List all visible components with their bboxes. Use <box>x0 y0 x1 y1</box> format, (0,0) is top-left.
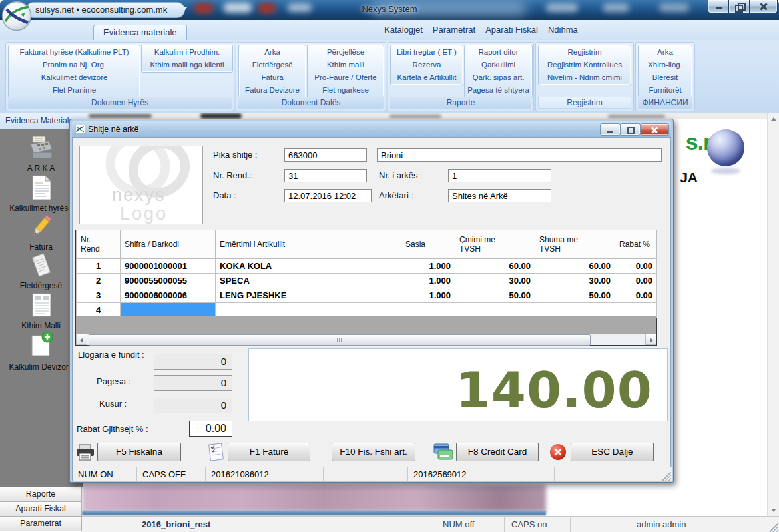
cell-total[interactable]: 50.00 <box>535 288 615 303</box>
dialog-maximize-button[interactable] <box>620 123 641 136</box>
ribbon-button-pranim-nj-org[interactable]: Pranim na Nj. Org. <box>9 59 140 71</box>
scroll-down-icon[interactable] <box>771 509 776 512</box>
cell-name[interactable]: SPECA <box>216 274 401 288</box>
scrollbar-thumb[interactable] <box>89 334 591 346</box>
pika-shitje-input[interactable]: 663000 <box>284 148 367 162</box>
cell-nr[interactable]: 1 <box>77 259 121 274</box>
cell-price[interactable]: 60.00 <box>455 259 535 274</box>
cell-code[interactable]: 9000001000001 <box>121 259 216 274</box>
table-row[interactable]: 3 9000006000006 LENG PJESHKE 1.000 50.00… <box>77 288 657 303</box>
ribbon-button-flet-ngarkese[interactable]: Flet ngarkese <box>308 84 384 97</box>
grid-horizontal-scrollbar[interactable] <box>76 334 656 345</box>
ribbon-button-libri-tregtar[interactable]: Libri tregtar ( ET ) <box>391 46 463 59</box>
sidebar-button-raporte[interactable]: Raporte <box>0 487 82 501</box>
ribbon-button-kthim-malli-klienti[interactable]: Kthim malli nga klienti <box>142 59 232 71</box>
col-cmimi[interactable]: Çmimi me TVSH <box>455 230 535 259</box>
dialog-titlebar[interactable]: Shitje në arkë <box>72 121 671 137</box>
f8-credit-card-button[interactable]: F8 Credit Card <box>456 443 539 461</box>
cell-nr[interactable]: 2 <box>77 274 121 288</box>
ribbon-button-fatura-devizore[interactable]: Fatura Devizore <box>239 84 306 97</box>
ribbon-button-rezerva[interactable]: Rezerva <box>391 59 463 71</box>
ribbon-button-raport-ditor[interactable]: Raport ditor <box>465 46 532 59</box>
ribbon-button-fakturat-hyrese[interactable]: Fakturat hyrëse (Kalkulime PLT) <box>9 46 140 59</box>
cell-rabat[interactable]: 0.00 <box>615 274 657 288</box>
pagesa-input[interactable]: 0 <box>154 375 232 391</box>
close-button[interactable] <box>749 0 778 13</box>
resize-grip-icon[interactable] <box>662 472 671 481</box>
col-shifra-barkodi[interactable]: Shifra / Barkodi <box>121 230 216 259</box>
cell-price[interactable]: 50.00 <box>455 288 535 303</box>
dialog-minimize-button[interactable] <box>600 123 621 136</box>
pagesa-label: Pagesa : <box>97 376 130 386</box>
ribbon-button-fletdergese[interactable]: Fletdërgesë <box>239 59 306 71</box>
data-input[interactable]: 12.07.2016 12:02 <box>284 189 372 202</box>
restore-button[interactable] <box>728 0 750 13</box>
ribbon-button-furnitoret[interactable]: Furnitorët <box>639 84 692 97</box>
nr-rend-input[interactable]: 31 <box>284 169 367 182</box>
minimize-button[interactable] <box>708 0 730 13</box>
f5-fiskalna-button[interactable]: F5 Fiskalna <box>97 443 181 461</box>
table-row[interactable]: 2 9000055000055 SPECA 1.000 30.00 30.00 … <box>77 274 657 288</box>
sidebar-button-aparati-fiskal[interactable]: Aparati Fiskal <box>0 501 82 516</box>
ribbon-button-qark-sipas-art[interactable]: Qark. sipas art. <box>465 71 532 84</box>
menu-katalogjet[interactable]: Katalogjet <box>384 20 423 40</box>
ribbon-button-regjistrim-kontrollues[interactable]: Regjistrim Kontrollues <box>539 59 631 71</box>
cell-total[interactable]: 30.00 <box>535 274 615 288</box>
col-nr-rend[interactable]: Nr. Rend <box>77 230 121 259</box>
ribbon-button-flet-pranime[interactable]: Flet Pranime <box>9 84 140 97</box>
ribbon-button-percjellese[interactable]: Përcjellëse <box>308 46 384 59</box>
ribbon-button-pagesa-te-shtyera[interactable]: Pagesa të shtyera <box>465 84 532 97</box>
cell-name[interactable]: LENG PJESHKE <box>216 288 401 303</box>
ribbon-button-kalkulim-prodhim[interactable]: Kalkulim i Prodhim. <box>142 46 232 59</box>
cell-qty[interactable]: 1.000 <box>401 288 455 303</box>
f1-fature-button[interactable]: F1 Faturë <box>228 443 310 461</box>
ribbon-button-arka-fin[interactable]: Arka <box>639 46 692 59</box>
sidebar-button-parametrat[interactable]: Parametrat <box>0 516 82 531</box>
app-logo-icon[interactable] <box>1 1 32 31</box>
cell-code[interactable]: 9000006000006 <box>121 288 216 303</box>
ribbon-button-nivelim-ndrim-cmimi[interactable]: Nivelim - Ndrim cmimi <box>539 71 631 84</box>
col-rabat[interactable]: Rabat % <box>615 230 657 259</box>
f10-fis-fshi-art-button[interactable]: F10 Fis. Fshi art. <box>332 443 415 461</box>
cell-price[interactable]: 30.00 <box>455 274 535 288</box>
cell-total[interactable]: 60.00 <box>535 259 615 274</box>
background-vertical-scrollbar[interactable] <box>767 113 779 516</box>
cell-qty[interactable]: 1.000 <box>401 259 455 274</box>
esc-dalje-button[interactable]: ESC Dalje <box>571 443 654 461</box>
dialog-close-button[interactable] <box>640 123 669 136</box>
rabat-gjithsejt-input[interactable]: 0.00 <box>189 421 232 437</box>
col-emertimi[interactable]: Emërtimi i Artikullit <box>216 230 401 259</box>
menu-ndihma[interactable]: Ndihma <box>548 20 578 40</box>
ribbon-button-pro-faure[interactable]: Pro-Faurë / Ofertë <box>308 71 384 84</box>
cell-qty[interactable]: 1.000 <box>401 274 455 288</box>
nr-arkes-input[interactable]: 1 <box>448 169 551 182</box>
ribbon-button-arka[interactable]: Arka <box>239 46 306 59</box>
menu-aparati-fiskal[interactable]: Aparati Fiskal <box>485 20 538 40</box>
llogaria-input[interactable]: 0 <box>154 354 232 370</box>
scroll-up-icon[interactable] <box>771 117 776 121</box>
col-sasia[interactable]: Sasia <box>401 230 455 259</box>
klienti-input[interactable]: Brioni <box>377 148 662 162</box>
cell-rabat[interactable]: 0.00 <box>615 259 657 274</box>
kusur-input[interactable]: 0 <box>154 398 232 413</box>
tab-evidenca-materiale[interactable]: Evidenca materiale <box>93 25 187 40</box>
ribbon-button-xhiro-llog[interactable]: Xhiro-llog. <box>639 59 692 71</box>
ribbon-button-kthim-malli[interactable]: Kthim malli <box>308 59 384 71</box>
cell-code[interactable]: 9000055000055 <box>121 274 216 288</box>
ribbon-button-kalkulimet-devizore[interactable]: Kalkulimet devizore <box>9 71 140 84</box>
ribbon-button-bleresit[interactable]: Bleresit <box>639 71 692 84</box>
ribbon-button-qarkullimi[interactable]: Qarkullimi <box>465 59 532 71</box>
ribbon-button-fatura[interactable]: Fatura <box>239 71 306 84</box>
resize-grip-icon[interactable] <box>770 523 778 532</box>
table-row[interactable]: 1 9000001000001 KOKA KOLA 1.000 60.00 60… <box>77 259 657 274</box>
cell-rabat[interactable]: 0.00 <box>615 288 657 303</box>
ribbon-button-regjistrim[interactable]: Regjistrim <box>539 46 631 59</box>
scroll-right-button[interactable] <box>645 334 656 345</box>
arketari-input[interactable]: Shites në Arkë <box>448 189 551 202</box>
cell-nr[interactable]: 3 <box>77 288 121 303</box>
ribbon-button-kartela-artikullit[interactable]: Kartela e Artikullit <box>391 71 463 84</box>
col-shuma[interactable]: Shuma me TVSH <box>535 230 615 259</box>
cell-name[interactable]: KOKA KOLA <box>216 259 401 274</box>
scroll-left-button[interactable] <box>76 334 87 345</box>
menu-parametrat[interactable]: Parametrat <box>433 20 475 40</box>
